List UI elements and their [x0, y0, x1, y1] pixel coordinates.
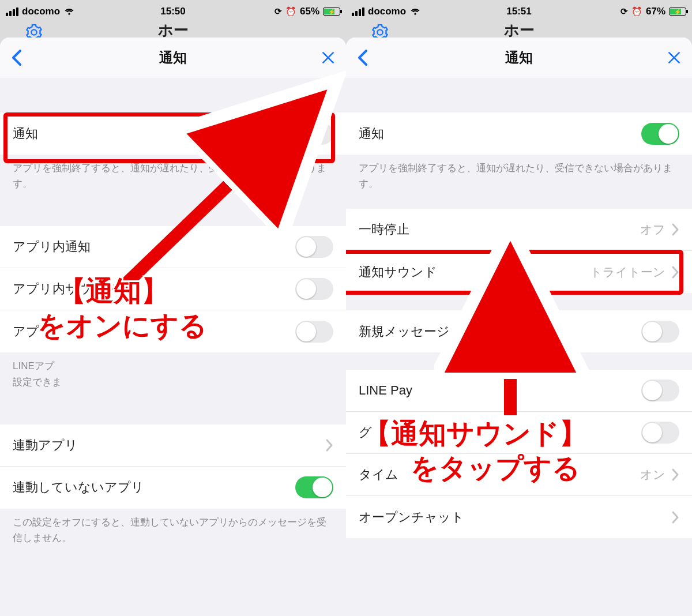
row-sound[interactable]: 通知サウンド トライトーン	[346, 251, 692, 293]
carrier-label: docomo	[22, 6, 60, 17]
wifi-icon	[409, 6, 421, 17]
settings-sheet: 通知 通知 アプリを強制終了すると、通知が遅れたり、受信できない場合があります。	[0, 37, 346, 616]
signal-icon	[6, 7, 18, 16]
row-unlinked-apps[interactable]: 連動していないアプリ	[0, 467, 346, 509]
phone-right: docomo 15:51 ⟳ ⏰ 67% ⚡ ホー	[346, 0, 692, 616]
row-sound-value: トライトーン	[590, 264, 665, 280]
chevron-right-icon	[671, 223, 679, 236]
phone-left: docomo 15:50 ⟳ ⏰ 65% ⚡ ホー	[0, 0, 346, 616]
row-inapp-sound[interactable]: アプリ内サウンド	[0, 268, 346, 310]
note-line-app: LINEアプ 設定できま	[0, 352, 346, 389]
row-line-pay-label: LINE Pay	[359, 383, 412, 398]
chevron-right-icon	[325, 439, 333, 452]
chevron-right-icon	[671, 511, 679, 524]
alarm-icon: ⏰	[631, 6, 642, 17]
row-timeline[interactable]: タイム オン	[346, 454, 692, 496]
note-force-quit: アプリを強制終了すると、通知が遅れたり、受信できない場合があります。	[346, 155, 692, 191]
chevron-right-icon	[671, 468, 679, 481]
row-inapp-notify-label: アプリ内通知	[13, 238, 91, 256]
status-time: 15:51	[506, 6, 531, 17]
toggle-group[interactable]	[641, 422, 679, 444]
row-group[interactable]: グ	[346, 412, 692, 454]
row-pause-label: 一時停止	[359, 221, 409, 238]
settings-sheet: 通知 通知 アプリを強制終了すると、通知が遅れたり、受信できない場合があります。…	[346, 37, 692, 616]
chevron-right-icon	[671, 266, 679, 279]
row-notify-label: 通知	[13, 125, 38, 142]
battery-icon: ⚡	[669, 7, 686, 16]
signal-icon	[352, 7, 364, 16]
row-sound-label: 通知サウンド	[359, 264, 437, 281]
row-timeline-value: オン	[640, 467, 665, 483]
row-inapp-notify[interactable]: アプリ内通知	[0, 226, 346, 268]
row-group-label: グ	[359, 424, 372, 441]
row-new-msg-label: 新規メッセージ	[359, 323, 450, 340]
row-unlinked-apps-label: 連動していないアプリ	[13, 479, 144, 496]
row-linked-apps[interactable]: 連動アプリ	[0, 425, 346, 467]
nav-title: 通知	[346, 48, 692, 67]
status-bar: docomo 15:50 ⟳ ⏰ 65% ⚡	[0, 0, 346, 23]
toggle-inapp-sound[interactable]	[295, 278, 333, 300]
nav-bar: 通知	[346, 37, 692, 78]
note-force-quit: アプリを強制終了すると、通知が遅れたり、受信できない場合があります。	[0, 155, 346, 191]
orientation-lock-icon: ⟳	[274, 6, 282, 17]
wifi-icon	[63, 6, 75, 17]
orientation-lock-icon: ⟳	[620, 6, 628, 17]
note-unlinked: この設定をオフにすると、連動していないアプリからのメッセージを受信しません。	[0, 509, 346, 546]
row-line-pay[interactable]: LINE Pay	[346, 370, 692, 412]
toggle-new-msg[interactable]	[641, 321, 679, 343]
row-pause-value: オフ	[640, 221, 665, 238]
toggle-inapp-vibe[interactable]	[295, 321, 333, 343]
nav-title: 通知	[0, 48, 346, 67]
status-bar: docomo 15:51 ⟳ ⏰ 67% ⚡	[346, 0, 692, 23]
toggle-notify[interactable]	[295, 123, 333, 145]
row-inapp-vibe[interactable]: アプ	[0, 310, 346, 352]
row-linked-apps-label: 連動アプリ	[13, 437, 78, 454]
row-openchat-label: オープンチャット	[359, 509, 464, 526]
row-timeline-label: タイム	[359, 466, 398, 483]
battery-pct: 67%	[646, 6, 665, 17]
alarm-icon: ⏰	[285, 6, 296, 17]
row-notify-label: 通知	[359, 125, 384, 142]
carrier-label: docomo	[368, 6, 406, 17]
row-notify[interactable]: 通知	[346, 112, 692, 155]
row-openchat[interactable]: オープンチャット	[346, 496, 692, 538]
row-new-msg[interactable]: 新規メッセージ	[346, 310, 692, 352]
battery-icon: ⚡	[323, 7, 340, 16]
status-time: 15:50	[160, 6, 185, 17]
toggle-inapp-notify[interactable]	[295, 236, 333, 258]
toggle-unlinked-apps[interactable]	[295, 476, 333, 498]
toggle-notify[interactable]	[641, 123, 679, 145]
row-notify[interactable]: 通知	[0, 112, 346, 155]
row-inapp-sound-label: アプリ内サウンド	[13, 280, 118, 298]
toggle-line-pay[interactable]	[641, 380, 679, 401]
row-inapp-vibe-label: アプ	[13, 323, 39, 340]
battery-pct: 65%	[300, 6, 319, 17]
nav-bar: 通知	[0, 37, 346, 78]
row-pause[interactable]: 一時停止 オフ	[346, 209, 692, 251]
